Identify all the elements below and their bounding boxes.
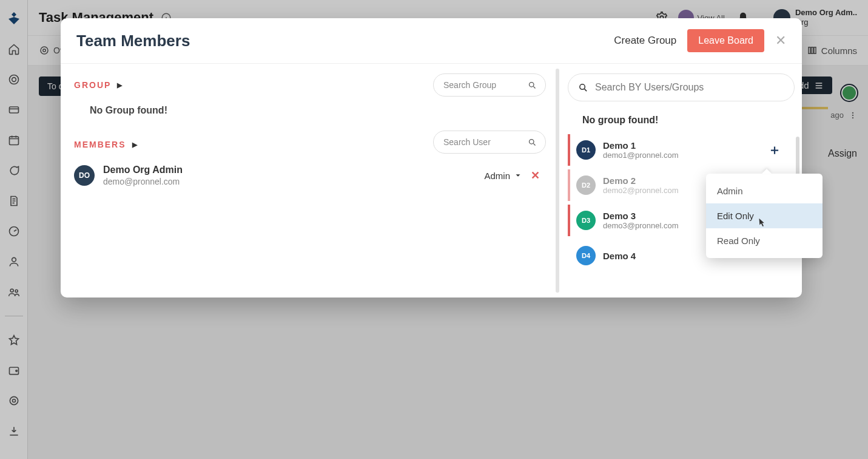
user-name: Demo 4 (603, 251, 636, 261)
group-section-header[interactable]: GROUP ▶ (74, 80, 123, 90)
search-icon (528, 81, 537, 90)
search-group-placeholder: Search Group (443, 80, 496, 90)
members-section-header[interactable]: MEMBERS ▶ (74, 140, 138, 149)
chevron-right-icon: ▶ (132, 141, 138, 149)
user-name: Demo 1 (603, 140, 678, 151)
search-users-groups-input[interactable]: Search BY Users/Groups (568, 73, 795, 101)
svg-point-23 (530, 82, 534, 87)
chevron-down-icon (514, 171, 522, 180)
no-group-message: No Group found! (90, 105, 546, 116)
modal-left-pane: GROUP ▶ Search Group No Group found! MEM… (61, 64, 559, 298)
cursor-icon (755, 217, 767, 229)
user-name: Demo 2 (603, 175, 678, 186)
search-user-input[interactable]: Search User (433, 131, 546, 154)
role-popover: Admin Edit Only Read Only (706, 174, 823, 258)
user-avatar: D2 (576, 175, 596, 195)
create-group-button[interactable]: Create Group (614, 35, 676, 47)
user-avatar: D1 (576, 140, 596, 160)
leave-board-button[interactable]: Leave Board (687, 29, 764, 52)
search-icon (528, 138, 537, 147)
search-user-placeholder: Search User (443, 137, 491, 147)
user-email: demo2@pronnel.com (603, 186, 678, 195)
right-no-group-message: No group found! (582, 115, 795, 126)
modal-title: Team Members (76, 32, 190, 50)
search-big-placeholder: Search BY Users/Groups (595, 82, 704, 93)
role-option-read-only[interactable]: Read Only (706, 228, 823, 253)
user-email: demo3@pronnel.com (603, 221, 678, 230)
svg-point-25 (580, 84, 585, 89)
role-option-admin[interactable]: Admin (706, 178, 823, 203)
chevron-right-icon: ▶ (117, 81, 123, 89)
user-avatar: D3 (576, 211, 596, 230)
search-group-input[interactable]: Search Group (433, 73, 546, 97)
user-name: Demo 3 (603, 211, 678, 221)
member-email: demo@pronnel.com (103, 177, 183, 186)
member-row: DO Demo Org Admin demo@pronnel.com Admin… (74, 165, 546, 186)
search-icon (578, 83, 588, 93)
remove-member-icon[interactable]: ✕ (531, 169, 540, 182)
close-icon[interactable]: ✕ (775, 33, 786, 49)
member-role-dropdown[interactable]: Admin (484, 171, 522, 181)
member-avatar: DO (74, 165, 95, 186)
team-members-modal: Team Members Create Group Leave Board ✕ … (61, 18, 802, 298)
add-user-icon[interactable]: ＋ (768, 141, 781, 159)
modal-header: Team Members Create Group Leave Board ✕ (61, 18, 802, 64)
member-name: Demo Org Admin (103, 165, 183, 175)
user-row: D1 Demo 1 demo1@pronnel.com ＋ (568, 134, 785, 166)
user-email: demo1@pronnel.com (603, 151, 678, 160)
user-avatar: D4 (576, 246, 596, 265)
svg-point-24 (530, 139, 534, 144)
